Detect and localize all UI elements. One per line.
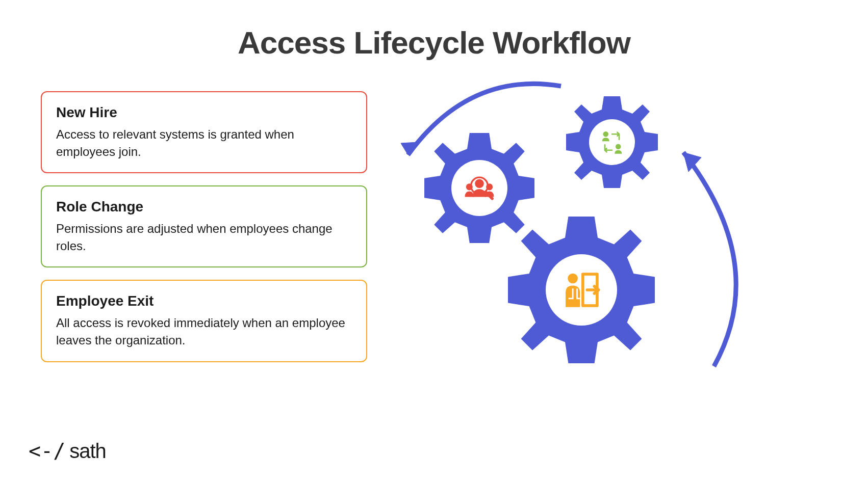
svg-point-7	[603, 131, 609, 137]
svg-point-4	[475, 179, 484, 189]
logo-text: sath	[69, 440, 106, 463]
card-desc: Access to relevant systems is granted wh…	[56, 126, 352, 160]
card-list: New Hire Access to relevant systems is g…	[41, 91, 367, 407]
page-title: Access Lifecycle Workflow	[0, 24, 868, 61]
svg-point-8	[616, 144, 621, 150]
logo-mark-icon: <-/	[29, 439, 65, 463]
person-exit-icon	[558, 267, 604, 313]
role-change-gear	[561, 91, 663, 193]
card-employee-exit: Employee Exit All access is revoked imme…	[41, 280, 367, 362]
people-swap-icon	[598, 128, 626, 156]
card-role-change: Role Change Permissions are adjusted whe…	[41, 185, 367, 267]
card-desc: All access is revoked immediately when a…	[56, 314, 352, 348]
card-title: New Hire	[56, 104, 352, 121]
people-search-icon	[462, 170, 497, 206]
card-desc: Permissions are adjusted when employees …	[56, 220, 352, 254]
svg-point-11	[568, 274, 578, 284]
gear-diagram	[408, 91, 827, 407]
card-title: Employee Exit	[56, 293, 352, 309]
card-new-hire: New Hire Access to relevant systems is g…	[41, 91, 367, 173]
svg-marker-1	[683, 152, 701, 172]
card-title: Role Change	[56, 199, 352, 215]
employee-exit-gear	[500, 208, 663, 371]
brand-logo: <-/sath	[29, 439, 106, 463]
cycle-arrow-right-icon	[653, 132, 765, 377]
